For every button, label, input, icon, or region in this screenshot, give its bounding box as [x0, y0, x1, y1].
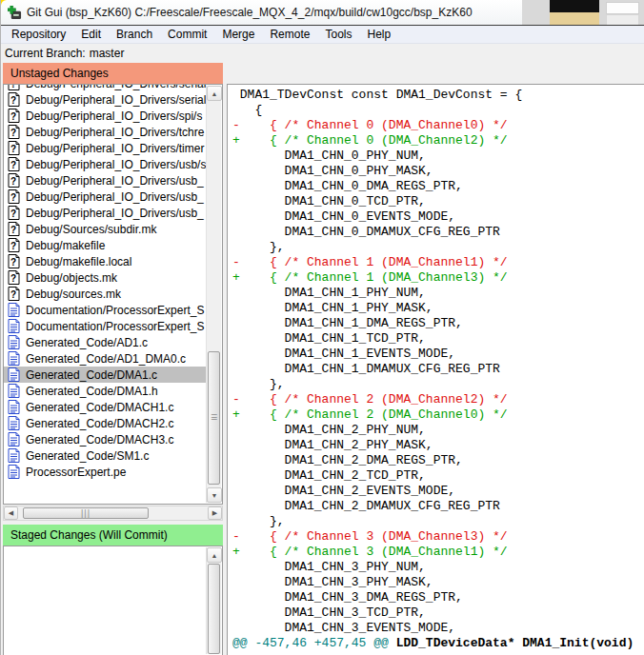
unstaged-file-list[interactable]: ?Debug/Peripheral_IO_Drivers/serial?Debu…: [3, 84, 223, 505]
diff-line-context: DMA1_CHN_2_EVENTS_MODE,: [232, 484, 644, 499]
modified-file-icon[interactable]: [8, 384, 20, 398]
file-row[interactable]: ?Debug/Peripheral_IO_Drivers/usb_: [4, 172, 207, 189]
scroll-left-icon[interactable]: ◀: [4, 506, 18, 520]
untracked-file-icon[interactable]: ?: [8, 125, 20, 139]
file-name: Debug/Peripheral_IO_Drivers/serial: [26, 93, 206, 107]
untracked-file-icon[interactable]: ?: [8, 254, 20, 268]
menu-item-branch[interactable]: Branch: [109, 27, 160, 42]
modified-file-icon[interactable]: [8, 400, 20, 414]
file-row[interactable]: Generated_Code/DMA1.c: [4, 367, 207, 383]
background-window-fragment: [550, 0, 599, 12]
file-row[interactable]: ?Debug/Peripheral_IO_Drivers/timer: [4, 140, 207, 156]
staged-vertical-scrollbar[interactable]: ▲: [206, 547, 221, 654]
file-row[interactable]: ?Debug/Peripheral_IO_Drivers/usb_: [4, 205, 207, 221]
modified-file-icon[interactable]: [8, 303, 20, 317]
untracked-file-icon[interactable]: ?: [8, 141, 20, 155]
file-row[interactable]: ?Debug/Peripheral_IO_Drivers/usb_: [4, 189, 207, 205]
file-row[interactable]: ?Debug/objects.mk: [4, 269, 207, 286]
file-row[interactable]: ?Debug/Peripheral_IO_Drivers/serial: [4, 91, 207, 108]
menu-item-remote[interactable]: Remote: [262, 27, 317, 42]
menu-item-help[interactable]: Help: [359, 27, 398, 42]
untracked-file-icon[interactable]: ?: [8, 85, 20, 90]
untracked-file-icon[interactable]: ?: [8, 287, 20, 301]
diff-line-context: },: [232, 377, 644, 392]
file-row[interactable]: Documentation/ProcessorExpert_S: [4, 302, 207, 318]
modified-file-icon[interactable]: [8, 335, 20, 349]
file-row[interactable]: Generated_Code/DMACH3.c: [4, 431, 207, 447]
file-row[interactable]: ?Debug/Peripheral_IO_Drivers/usb/s: [4, 156, 207, 172]
file-name: Debug/Peripheral_IO_Drivers/usb/s: [26, 158, 206, 171]
untracked-file-icon[interactable]: ?: [8, 92, 20, 107]
diff-line-context: DMA1_CHN_0_PHY_NUM,: [232, 149, 644, 164]
file-row[interactable]: Generated_Code/DMA1.h: [4, 383, 207, 399]
diff-line-context: DMA1_CHN_2_PHY_NUM,: [232, 423, 644, 438]
menu-item-merge[interactable]: Merge: [214, 27, 262, 42]
untracked-file-icon[interactable]: ?: [8, 157, 20, 171]
background-window-fragment: [606, 2, 639, 14]
file-row[interactable]: Generated_Code/AD1.c: [4, 334, 207, 350]
untracked-file-icon[interactable]: ?: [8, 189, 20, 204]
scroll-up-icon[interactable]: ▲: [207, 547, 222, 563]
diff-line-context: DMA1_CHN_1_PHY_MASK,: [232, 301, 644, 316]
diff-line-context: DMA1_CHN_1_EVENTS_MODE,: [232, 347, 644, 362]
diff-line-deletion: - { /* Channel 3 (DMA_Channel3) */: [232, 529, 644, 545]
menu-item-repository[interactable]: Repository: [4, 27, 73, 42]
modified-file-icon[interactable]: [8, 416, 20, 430]
diff-line-context: DMA1_CHN_1_PHY_NUM,: [232, 286, 644, 301]
window-title: Git Gui (bsp_KzK60) C:/Freescale/Freesca…: [27, 6, 473, 19]
file-row[interactable]: ?Debug/Peripheral_IO_Drivers/tchre: [4, 124, 207, 140]
modified-file-icon[interactable]: [8, 319, 20, 333]
menu-item-commit[interactable]: Commit: [160, 27, 214, 42]
file-row[interactable]: ?Debug/Peripheral_IO_Drivers/spi/s: [4, 108, 207, 124]
file-row[interactable]: ?Debug/makefile: [4, 237, 207, 253]
file-row[interactable]: Generated_Code/DMACH1.c: [4, 399, 207, 415]
file-name: Debug/objects.mk: [26, 271, 117, 285]
modified-file-icon[interactable]: [8, 351, 20, 366]
scrollbar-thumb[interactable]: |||: [23, 507, 149, 519]
file-row[interactable]: Generated_Code/AD1_DMA0.c: [4, 350, 207, 367]
diff-line-hunk: @@ -457,46 +457,45 @@ LDD_TDeviceData* D…: [232, 636, 644, 651]
file-name: Debug/Peripheral_IO_Drivers/serial: [26, 85, 206, 90]
file-row[interactable]: ProcessorExpert.pe: [4, 464, 207, 480]
untracked-file-icon[interactable]: ?: [8, 173, 20, 188]
svg-text:?: ?: [10, 273, 16, 284]
unstaged-horizontal-scrollbar[interactable]: ◀ ||| ▶: [3, 506, 223, 521]
unstaged-vertical-scrollbar[interactable]: ▲ ☰ ▼: [206, 86, 221, 503]
diff-line-deletion: - { /* Channel 1 (DMA_Channel1) */: [232, 255, 644, 270]
staged-changes-header: Staged Changes (Will Commit): [3, 525, 223, 546]
scrollbar-thumb[interactable]: [208, 564, 220, 654]
staged-file-list[interactable]: ▲: [3, 546, 223, 655]
file-row[interactable]: ?Debug/makefile.local: [4, 253, 207, 269]
untracked-file-icon[interactable]: ?: [8, 109, 20, 123]
scrollbar-thumb[interactable]: ☰: [208, 351, 220, 485]
file-name: Debug/Peripheral_IO_Drivers/spi/s: [26, 109, 202, 123]
current-branch-label: Current Branch:: [5, 47, 86, 60]
untracked-file-icon[interactable]: ?: [8, 206, 20, 220]
untracked-file-icon[interactable]: ?: [8, 270, 20, 285]
menu-item-tools[interactable]: Tools: [317, 27, 359, 42]
git-gui-app-icon[interactable]: [8, 6, 22, 20]
scroll-right-icon[interactable]: ▶: [208, 506, 222, 520]
diff-line-addition: + { /* Channel 2 (DMA_Channel0) */: [232, 407, 644, 423]
file-row[interactable]: ?Debug/Sources/subdir.mk: [4, 221, 207, 237]
scroll-down-icon[interactable]: ▼: [207, 487, 222, 503]
file-row[interactable]: Generated_Code/DMACH2.c: [4, 415, 207, 431]
diff-view[interactable]: DMA1_TDevConst const DMA1_DevConst = { {…: [227, 84, 644, 655]
file-row[interactable]: ?Debug/Peripheral_IO_Drivers/serial: [4, 85, 207, 91]
svg-text:?: ?: [10, 111, 16, 122]
untracked-file-icon[interactable]: ?: [8, 222, 20, 236]
modified-file-icon[interactable]: [8, 367, 20, 382]
menu-item-edit[interactable]: Edit: [73, 27, 109, 42]
modified-file-icon[interactable]: [8, 432, 20, 447]
diff-line-context: DMA1_CHN_0_PHY_MASK,: [232, 164, 644, 179]
titlebar[interactable]: Git Gui (bsp_KzK60) C:/Freescale/Freesca…: [1, 0, 522, 25]
file-row[interactable]: Generated_Code/SM1.c: [4, 447, 207, 464]
file-name: Generated_Code/AD1_DMA0.c: [26, 352, 186, 366]
file-row[interactable]: Documentation/ProcessorExpert_S: [4, 318, 207, 334]
untracked-file-icon[interactable]: ?: [8, 238, 20, 252]
file-name: Debug/sources.mk: [26, 288, 121, 301]
modified-file-icon[interactable]: [8, 465, 20, 479]
file-row[interactable]: ?Debug/sources.mk: [4, 286, 207, 302]
scroll-up-icon[interactable]: ▲: [207, 86, 222, 101]
modified-file-icon[interactable]: [8, 448, 20, 463]
